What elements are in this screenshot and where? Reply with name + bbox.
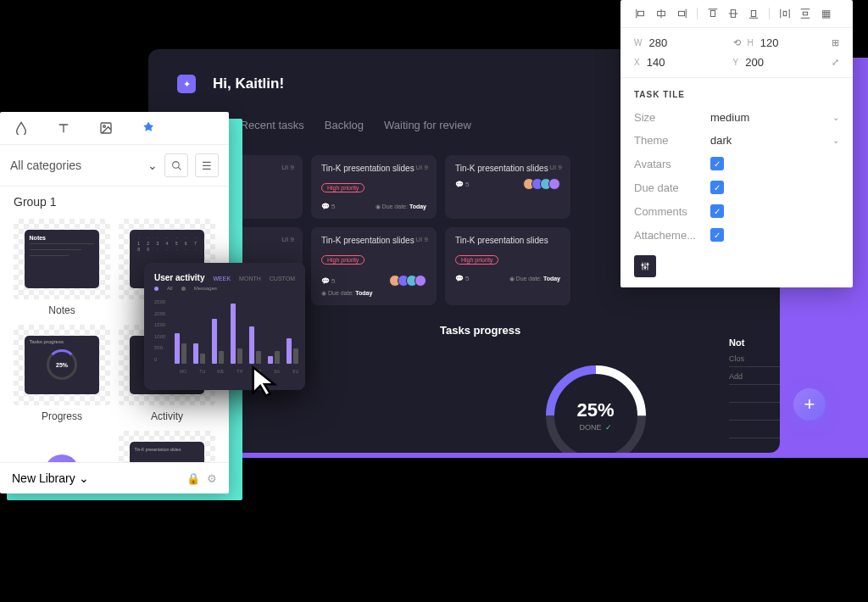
image-icon[interactable]: [98, 120, 114, 136]
svg-rect-10: [638, 11, 644, 15]
greeting: Hi, Kaitlin!: [213, 75, 284, 92]
chevron-down-icon: ⌄: [832, 113, 839, 122]
bar-chart: 2500 2000 1500 1000 500 0 MO TU WE TH FR…: [154, 299, 295, 374]
svg-rect-16: [710, 11, 715, 17]
check-icon: ✓: [605, 423, 612, 432]
task-card[interactable]: Tin-K presentation slides UI 9 High prio…: [311, 155, 437, 219]
chevron-down-icon: ⌄: [832, 136, 839, 145]
library-add[interactable]: +: [14, 431, 110, 462]
svg-point-7: [172, 161, 179, 168]
height-field[interactable]: ⟲H120: [733, 36, 822, 49]
comments-icon: 💬 5: [321, 203, 335, 210]
alignment-toolbar: ▦: [620, 0, 853, 28]
tab-review[interactable]: Waiting for review: [384, 119, 471, 140]
library-footer: New Library ⌄ 🔒 ⚙: [0, 462, 229, 493]
library-item-progress[interactable]: Tasks progress25% Progress: [14, 325, 110, 422]
tasks-progress: Tasks progress 25% DONE✓: [440, 324, 751, 453]
svg-point-6: [103, 125, 106, 128]
range-month[interactable]: MONTH: [239, 276, 261, 281]
theme-select[interactable]: dark⌄: [710, 134, 839, 147]
group-label: Group 1: [0, 187, 229, 212]
chart-legend: All Messages: [154, 286, 295, 291]
comments-icon: 💬 5: [455, 181, 469, 188]
due-date-checkbox[interactable]: ✓: [710, 181, 724, 194]
chevron-down-icon: ⌄: [147, 159, 158, 172]
priority-badge: High priority: [321, 183, 364, 192]
svg-rect-26: [803, 12, 807, 15]
app-logo: ✦: [177, 75, 196, 93]
section-title: TASK TILE: [620, 78, 853, 106]
priority-badge: High priority: [455, 255, 498, 265]
add-button[interactable]: +: [793, 388, 826, 421]
constraints-icon[interactable]: ⊞: [832, 37, 839, 48]
settings-icon[interactable]: [634, 255, 656, 277]
align-left-icon[interactable]: [632, 5, 649, 22]
align-center-v-icon[interactable]: [725, 5, 742, 22]
svg-point-30: [644, 266, 646, 268]
distribute-h-icon[interactable]: [776, 5, 793, 22]
svg-point-28: [642, 264, 643, 265]
y-field[interactable]: Y200: [733, 56, 822, 69]
comments-icon: 💬 5: [321, 277, 335, 285]
tab-backlog[interactable]: Backlog: [325, 119, 364, 140]
task-card[interactable]: Tin-K presentation slides UI 9 High prio…: [311, 227, 437, 305]
priority-badge: High priority: [321, 255, 364, 265]
range-custom[interactable]: CUSTOM: [270, 276, 295, 281]
library-item[interactable]: Tin-K presentation slides: [119, 431, 215, 462]
user-activity-chart[interactable]: User activity WEEK MONTH CUSTOM All Mess…: [144, 263, 305, 390]
align-right-icon[interactable]: [673, 5, 690, 22]
library-name-select[interactable]: New Library ⌄: [12, 471, 180, 485]
library-item-notes[interactable]: Notes Notes: [14, 219, 110, 316]
lock-aspect-icon[interactable]: ⤢: [832, 57, 839, 68]
plus-icon[interactable]: +: [45, 454, 79, 463]
properties-panel: ▦ W280 ⟲H120 ⊞ X140 Y200 ⤢ TASK TILE Siz…: [620, 0, 853, 287]
lock-icon[interactable]: 🔒: [186, 472, 200, 485]
text-icon[interactable]: [56, 120, 71, 136]
comments-icon: 💬 5: [455, 275, 469, 282]
rotate-icon[interactable]: ⟲: [733, 37, 741, 48]
range-week[interactable]: WEEK: [213, 276, 231, 281]
align-top-icon[interactable]: [704, 5, 721, 22]
svg-line-8: [178, 167, 181, 170]
list-view-button[interactable]: ☰: [195, 153, 219, 177]
distribute-v-icon[interactable]: [797, 5, 814, 22]
chevron-down-icon: ⌄: [79, 471, 89, 485]
gear-icon[interactable]: ⚙: [207, 472, 217, 485]
align-center-h-icon[interactable]: [653, 5, 670, 22]
tab-recent[interactable]: Recent tasks: [241, 119, 304, 140]
task-card[interactable]: Tin-K presentation slides High priority …: [445, 227, 570, 305]
progress-donut: 25% DONE✓: [541, 360, 651, 453]
x-field[interactable]: X140: [634, 56, 723, 69]
svg-rect-23: [783, 11, 787, 15]
notes-panel: Not Clos Add: [729, 337, 780, 453]
avatars-checkbox[interactable]: ✓: [710, 157, 724, 170]
components-icon[interactable]: [141, 120, 156, 136]
comments-checkbox[interactable]: ✓: [710, 204, 724, 218]
svg-point-32: [647, 264, 648, 265]
task-card[interactable]: Tin-K presentation slides UI 9 💬 5: [445, 155, 570, 219]
attachments-checkbox[interactable]: ✓: [710, 228, 724, 242]
search-button[interactable]: [164, 153, 188, 177]
drop-icon[interactable]: [14, 120, 29, 136]
align-bottom-icon[interactable]: [745, 5, 762, 22]
size-select[interactable]: medium⌄: [710, 111, 839, 124]
svg-rect-14: [679, 11, 685, 15]
due-date: ◉ Due date: Today: [376, 203, 426, 210]
grid-icon[interactable]: ▦: [817, 5, 834, 22]
svg-rect-20: [751, 11, 755, 17]
width-field[interactable]: W280: [634, 36, 723, 49]
category-select[interactable]: All categories ⌄: [10, 159, 158, 172]
